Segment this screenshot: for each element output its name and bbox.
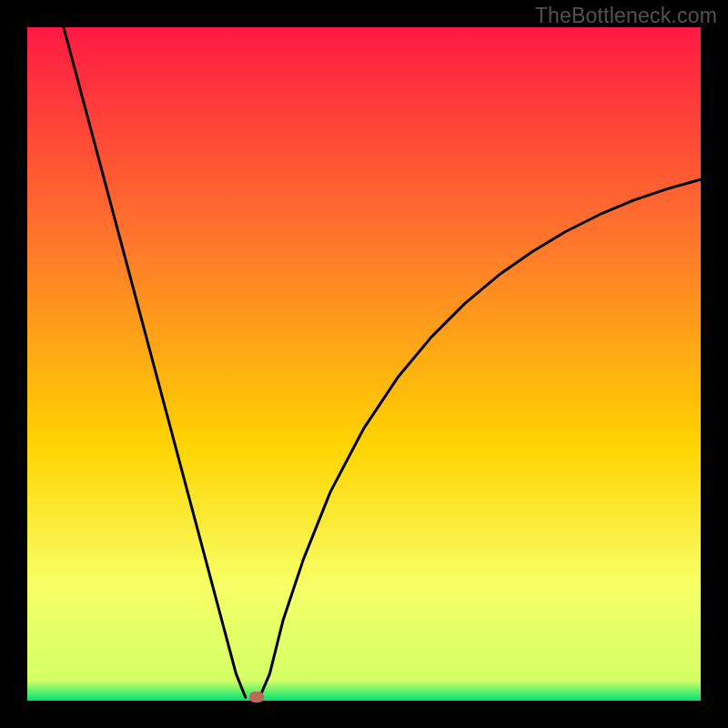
watermark-text: TheBottleneck.com [535, 4, 717, 28]
minimum-marker [249, 692, 264, 703]
gradient-background [27, 27, 701, 701]
plot-area [27, 27, 701, 701]
chart-frame: TheBottleneck.com [0, 0, 728, 728]
